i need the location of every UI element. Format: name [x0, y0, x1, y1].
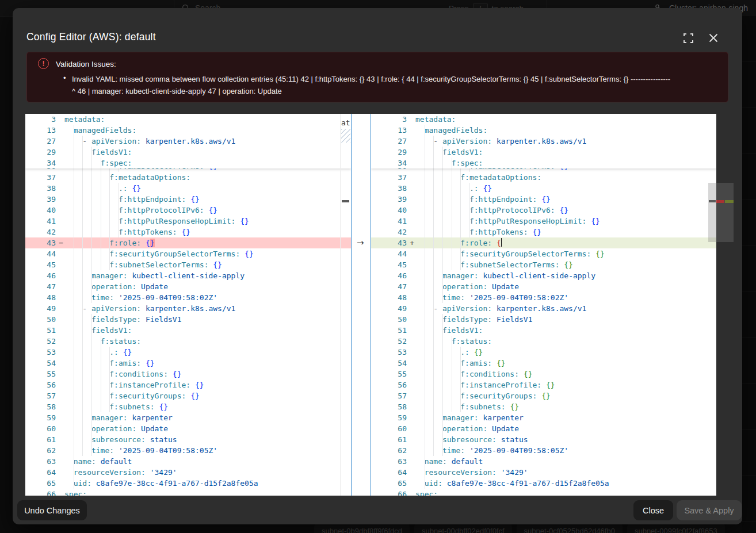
code-line[interactable]: 44 f:securityGroupSelectorTerms: {} — [25, 248, 351, 259]
close-dialog-button[interactable] — [708, 32, 719, 44]
undo-changes-button[interactable]: Undo Changes — [17, 500, 87, 520]
code-line[interactable]: 40 f:httpProtocolIPv6: {} — [371, 205, 716, 216]
code-line[interactable]: 41 f:httpPutResponseHopLimit: {} — [25, 216, 351, 227]
code-line[interactable]: 37 f:metadataOptions: — [371, 172, 716, 183]
code-line[interactable]: 39 f:httpEndpoint: {} — [25, 194, 351, 205]
scrollbar-slider[interactable] — [708, 183, 716, 242]
code-line[interactable]: 34 f:spec: — [25, 158, 351, 168]
code-line[interactable]: 58 f:subnets: {} — [25, 401, 351, 412]
close-button[interactable]: Close — [633, 500, 673, 520]
code-line[interactable]: 47 operation: Update — [371, 281, 716, 292]
code-line[interactable]: 50 fieldsType: FieldsV1 — [371, 314, 716, 325]
modified-editor-pane[interactable]: 36 f:amiSelectorTerms: {}37 f:metadataOp… — [371, 114, 716, 496]
code-line[interactable]: 46 manager: kubectl-client-side-apply — [25, 270, 351, 281]
code-line[interactable]: 49 - apiVersion: karpenter.k8s.aws/v1 — [371, 303, 716, 314]
original-scrollbar[interactable]: at — [340, 114, 351, 496]
indent-guide — [74, 445, 74, 456]
code-line[interactable]: 63 name: default — [25, 456, 351, 467]
code-line[interactable]: 56 f:instanceProfile: {} — [371, 379, 716, 390]
code-line[interactable]: 64 resourceVersion: '3429' — [25, 467, 351, 478]
code-line[interactable]: 52 f:status: — [25, 336, 351, 347]
code-line[interactable]: 60 operation: Update — [25, 423, 351, 434]
code-line[interactable]: 27 - apiVersion: karpenter.k8s.aws/v1 — [25, 136, 351, 147]
code-line[interactable]: 38 .: {} — [371, 183, 716, 194]
line-number: 57 — [25, 390, 64, 401]
code-line[interactable]: 43+ f:role: { — [371, 237, 716, 248]
code-line[interactable]: 66spec: — [371, 489, 716, 496]
code-line[interactable]: 59 manager: karpenter — [25, 412, 351, 423]
code-line[interactable]: 27 - apiVersion: karpenter.k8s.aws/v1 — [371, 136, 716, 147]
indent-guide — [442, 205, 443, 216]
code-line[interactable]: 42 f:httpTokens: {} — [371, 227, 716, 237]
code-line[interactable]: 61 subresource: status — [371, 434, 716, 445]
code-line[interactable]: 45 f:subnetSelectorTerms: {} — [25, 259, 351, 270]
line-number: 38 — [25, 183, 64, 194]
save-apply-button[interactable]: Save & Apply — [677, 500, 742, 520]
diff-overview-ruler[interactable] — [716, 114, 734, 496]
code-line[interactable]: 64 resourceVersion: '3429' — [371, 467, 716, 478]
revert-arrow-icon[interactable]: → — [357, 237, 364, 248]
code-line[interactable]: 50 fieldsType: FieldsV1 — [25, 314, 351, 325]
line-number: 37 — [371, 172, 415, 183]
code-line[interactable]: 29 fieldsV1: — [371, 147, 716, 158]
fullscreen-button[interactable] — [682, 32, 694, 44]
code-line[interactable]: 62 time: '2025-09-04T09:58:05Z' — [371, 445, 716, 456]
code-line[interactable]: 39 f:httpEndpoint: {} — [371, 194, 716, 205]
indent-guide — [442, 237, 443, 248]
code-line[interactable]: 29 fieldsV1: — [25, 147, 351, 158]
code-line[interactable]: 47 operation: Update — [25, 281, 351, 292]
code-line[interactable]: 51 fieldsV1: — [371, 325, 716, 336]
code-line[interactable]: 54 f:amis: {} — [371, 358, 716, 369]
code-text: name: default — [415, 456, 483, 467]
code-line[interactable]: 45 f:subnetSelectorTerms: {} — [371, 259, 716, 270]
code-line[interactable]: 57 f:securityGroups: {} — [371, 390, 716, 401]
code-line[interactable]: 65 uid: c8afe97e-38cc-4f91-a767-d15f2a8f… — [25, 478, 351, 489]
code-line[interactable]: 44 f:securityGroupSelectorTerms: {} — [371, 248, 716, 259]
code-line[interactable]: 13 managedFields: — [25, 125, 351, 136]
code-line[interactable]: 53 .: {} — [25, 347, 351, 358]
code-line[interactable]: 3metadata: — [371, 114, 716, 125]
code-line[interactable]: 58 f:subnets: {} — [371, 401, 716, 412]
code-line[interactable]: 52 f:status: — [371, 336, 716, 347]
code-line[interactable]: 40 f:httpProtocolIPv6: {} — [25, 205, 351, 216]
line-number: 65 — [371, 478, 415, 489]
original-editor-pane[interactable]: 36 f:amiSelectorTerms: {}37 f:metadataOp… — [25, 114, 351, 496]
code-line[interactable]: 55 f:conditions: {} — [371, 369, 716, 379]
code-line[interactable]: 51 fieldsV1: — [25, 325, 351, 336]
overview-viewport[interactable] — [716, 183, 734, 242]
code-line[interactable]: 43− f:role: {} — [25, 237, 351, 248]
indent-guide — [425, 347, 425, 358]
code-line[interactable]: 48 time: '2025-09-04T09:58:02Z' — [25, 292, 351, 303]
code-line[interactable]: 34 f:spec: — [371, 158, 716, 168]
code-line[interactable]: 53 .: {} — [371, 347, 716, 358]
code-line[interactable]: 41 f:httpPutResponseHopLimit: {} — [371, 216, 716, 227]
code-line[interactable]: 42 f:httpTokens: {} — [25, 227, 351, 237]
code-line[interactable]: 63 name: default — [371, 456, 716, 467]
code-line[interactable]: 48 time: '2025-09-04T09:58:02Z' — [371, 292, 716, 303]
code-line[interactable]: 55 f:conditions: {} — [25, 369, 351, 379]
indent-guide — [460, 205, 461, 216]
indent-guide — [82, 390, 83, 401]
code-line[interactable]: 62 time: '2025-09-04T09:58:05Z' — [25, 445, 351, 456]
code-text: f:status: — [64, 336, 141, 347]
code-line[interactable]: 3metadata: — [25, 114, 351, 125]
modified-scrollbar[interactable] — [708, 114, 716, 496]
indent-guide — [460, 369, 461, 379]
line-number: 34 — [25, 158, 64, 168]
line-number: 51 — [371, 325, 415, 336]
code-line[interactable]: 56 f:instanceProfile: {} — [25, 379, 351, 390]
indent-guide — [433, 358, 434, 369]
code-line[interactable]: 59 manager: karpenter — [371, 412, 716, 423]
code-line[interactable]: 49 - apiVersion: karpenter.k8s.aws/v1 — [25, 303, 351, 314]
code-line[interactable]: 60 operation: Update — [371, 423, 716, 434]
code-line[interactable]: 37 f:metadataOptions: — [25, 172, 351, 183]
code-line[interactable]: 13 managedFields: — [371, 125, 716, 136]
code-line[interactable]: 61 subresource: status — [25, 434, 351, 445]
code-line[interactable]: 46 manager: kubectl-client-side-apply — [371, 270, 716, 281]
code-line[interactable]: 54 f:amis: {} — [25, 358, 351, 369]
code-line[interactable]: 57 f:securityGroups: {} — [25, 390, 351, 401]
code-line[interactable]: 65 uid: c8afe97e-38cc-4f91-a767-d15f2a8f… — [371, 478, 716, 489]
code-line[interactable]: 66spec: — [25, 489, 351, 496]
code-line[interactable]: 38 .: {} — [25, 183, 351, 194]
indent-guide — [109, 248, 110, 259]
